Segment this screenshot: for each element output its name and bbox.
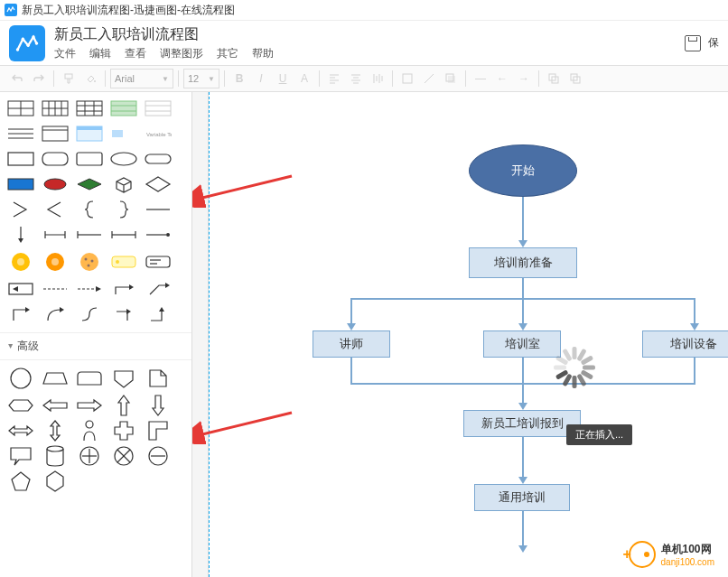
menu-help[interactable]: 帮助 [252,46,274,61]
shape-cookie[interactable] [73,248,106,275]
node-room[interactable]: 培训室 [483,330,561,358]
shape-arrow-up-block[interactable] [107,394,140,417]
valign-button[interactable] [368,69,387,88]
menu-edit[interactable]: 编辑 [89,46,111,61]
app-logo[interactable] [9,25,45,61]
shape-table-2col[interactable] [5,97,37,120]
shape-connector-t[interactable] [73,223,106,247]
shape-elbow-up[interactable] [5,302,37,326]
shape-arrow-vbidir[interactable] [39,419,71,442]
menu-other[interactable]: 其它 [217,46,238,61]
shape-hlines[interactable] [5,122,37,145]
shape-arrow-box[interactable] [5,277,37,301]
arrow-start-button[interactable]: ← [492,69,512,88]
to-back-button[interactable] [565,69,585,88]
shape-pill[interactable] [142,147,174,171]
italic-button[interactable]: I [251,69,271,88]
node-general[interactable]: 通用培训 [474,484,570,511]
font-color-button[interactable]: A [294,69,314,88]
shape-cube[interactable] [107,172,140,196]
shape-line-h[interactable] [142,198,174,221]
shape-list[interactable] [39,122,71,145]
shape-table-green[interactable] [107,97,140,120]
shape-elbow-diag2[interactable] [142,277,174,301]
shape-arrow-bidir[interactable] [5,419,37,442]
font-size-select[interactable]: 12▼ [183,69,219,88]
shape-pentagon-down[interactable] [107,365,140,392]
save-icon[interactable] [685,35,701,51]
shape-connector-both[interactable] [107,223,140,247]
shape-text-var[interactable]: Variable Text [142,122,174,145]
shape-angle-left[interactable] [39,198,71,221]
align-center-button[interactable] [346,69,366,88]
shape-trapezoid[interactable] [39,365,71,392]
align-left-button[interactable] [324,69,344,88]
arrow-end-button[interactable]: → [514,69,534,88]
shape-circle-x[interactable] [107,444,140,468]
underline-button[interactable]: U [273,69,293,88]
shape-hexagon2[interactable] [39,470,71,493]
shape-ellipse[interactable] [107,147,140,171]
shape-texture-blue[interactable] [5,172,37,196]
shape-diamond[interactable] [142,172,174,196]
paint-bucket-button[interactable] [80,69,100,88]
shape-corner[interactable] [142,419,174,442]
node-lecturer[interactable]: 讲师 [313,330,390,358]
shape-cylinder[interactable] [39,444,71,468]
shape-line-dashed[interactable] [39,277,71,301]
menu-adjust[interactable]: 调整图形 [160,46,203,61]
shadow-button[interactable] [441,69,461,88]
node-checkin[interactable]: 新员工培训报到 [463,410,581,437]
fill-color-button[interactable] [397,69,417,88]
shape-callout[interactable] [5,444,37,468]
menu-view[interactable]: 查看 [125,46,146,61]
format-painter-button[interactable] [59,69,79,88]
shape-elbow-right[interactable] [107,302,140,326]
shape-rounded-rect[interactable] [39,147,71,171]
redo-button[interactable] [29,69,49,88]
shape-card[interactable] [73,122,106,145]
menu-file[interactable]: 文件 [54,46,76,61]
shape-elbow-diag[interactable] [107,277,140,301]
section-advanced[interactable]: 高级 [0,332,191,360]
shape-line-arrow-down[interactable] [5,223,37,247]
shape-plus[interactable] [107,419,140,442]
shape-dashed-arrow[interactable] [73,277,106,301]
shape-arrow-down-block[interactable] [142,394,174,417]
bold-button[interactable]: B [229,69,249,88]
to-front-button[interactable] [544,69,564,88]
shape-arrow-left-block[interactable] [39,394,71,417]
shape-circle-plus[interactable] [73,444,106,468]
node-start[interactable]: 开始 [469,144,577,197]
shape-note-yellow[interactable] [107,248,140,275]
shape-rectangle[interactable] [5,147,37,171]
guide-line[interactable] [209,92,210,577]
node-equipment[interactable]: 培训设备 [642,330,728,358]
shape-tab[interactable] [73,365,106,392]
shape-gear-yellow[interactable] [5,248,37,275]
save-label[interactable]: 保 [708,35,719,51]
shape-angle-right[interactable] [5,198,37,221]
shape-brace-right[interactable] [107,198,140,221]
shape-elbow-curve[interactable] [39,302,71,326]
shape-arrow-right-block[interactable] [73,394,106,417]
shape-curve-s[interactable] [73,302,106,326]
shape-label-blue[interactable] [107,122,140,145]
document-title[interactable]: 新员工入职培训流程图 [54,25,685,44]
shape-gear-orange[interactable] [39,248,71,275]
shape-table-grid[interactable] [73,97,106,120]
shape-pentagon[interactable] [5,470,37,493]
shape-hexagon[interactable] [5,394,37,417]
shape-texture-red[interactable] [39,172,71,196]
connector-button[interactable]: — [471,69,490,88]
canvas[interactable]: 开始 培训前准备 讲师 培训室 培训设备 新员工培训报到 通用培训 [192,92,728,577]
shape-table-4col[interactable] [39,97,71,120]
shape-sidebar[interactable]: Variable Text [0,92,192,577]
shape-bracket-h[interactable] [39,223,71,247]
shape-table-plain[interactable] [142,97,174,120]
line-color-button[interactable] [419,69,439,88]
node-prep[interactable]: 培训前准备 [469,247,577,278]
shape-elbow-up2[interactable] [142,302,174,326]
undo-button[interactable] [7,69,27,88]
shape-rounded-rect2[interactable] [73,147,106,171]
